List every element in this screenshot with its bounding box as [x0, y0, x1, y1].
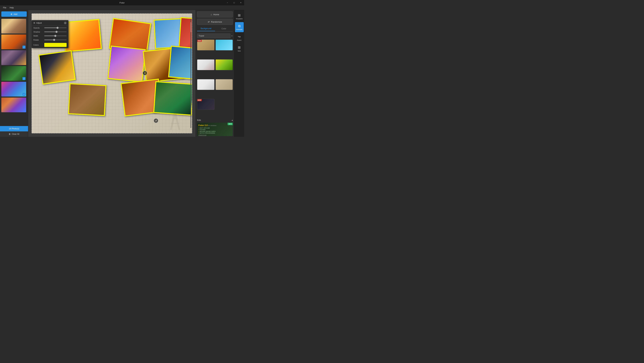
minimize-button[interactable]: − — [224, 0, 231, 5]
menu-help[interactable]: Help — [8, 6, 16, 9]
kids-section-label: Kids — [197, 119, 201, 121]
photo-count-bar: 16 Photo(s) — [0, 126, 28, 131]
gear-icon: ⚙ — [33, 22, 35, 24]
shadow-slider[interactable] — [44, 31, 66, 32]
sidebar-item-templates[interactable]: ⊞ Templates — [235, 11, 244, 21]
new-icon: ⊞ — [238, 45, 241, 49]
shadow-row: Shadow — [32, 30, 68, 34]
right-panel: ⌂ Home ⇄ Randomize Background Color Trav… — [196, 10, 234, 137]
canvas-scrollbar[interactable] — [190, 19, 191, 128]
canvas-rotate-button[interactable]: ↺ — [154, 118, 158, 123]
list-item[interactable]: ✓ — [1, 66, 26, 81]
randomize-button[interactable]: ⇄ Randomize — [197, 19, 233, 25]
ad-title: Fotor 2.0 — [198, 124, 208, 126]
photo-card[interactable] — [168, 45, 192, 81]
photo-card-inner — [64, 20, 101, 51]
svg-rect-2 — [172, 118, 178, 119]
tab-row: Background Color — [197, 26, 233, 31]
photo-check-icon: ✓ — [22, 45, 26, 49]
list-item[interactable]: ✓ — [1, 34, 26, 49]
home-label: Home — [213, 13, 219, 16]
ad-feature-4: BATCH PROCESSING — [198, 132, 232, 134]
width-label: Width — [33, 35, 42, 37]
photo-card[interactable] — [178, 17, 192, 51]
adjust-popup: ⚙ Adjust × Opacity Shadow — [32, 20, 68, 48]
ad-features: EDIT OFFLINE FASTER BIGGER IMAGE SIZES B… — [198, 127, 232, 134]
new-badge: NEW — [197, 99, 202, 101]
home-icon: ⌂ — [211, 13, 212, 16]
template-item[interactable]: NEW — [197, 39, 214, 50]
template-item[interactable]: NEW — [197, 99, 214, 110]
template-item[interactable] — [197, 79, 214, 90]
add-icon: ⊕ — [10, 13, 12, 15]
templates-icon: ⊞ — [238, 13, 241, 17]
rotate-label: Rotate — [33, 39, 42, 41]
canvas-add-photo-button[interactable]: + — [142, 71, 147, 75]
template-item[interactable] — [216, 59, 233, 70]
template-item[interactable] — [216, 79, 233, 90]
left-panel: ⊕ Add ✓ ✓ ✓ 16 Photo(s) 🗑 Clear All — [0, 10, 28, 137]
opacity-label: Opacity — [33, 27, 42, 29]
kids-section-header[interactable]: Kids ◀ — [196, 118, 234, 122]
randomize-label: Randomize — [211, 21, 222, 23]
canvas-scroll-thumb[interactable] — [190, 22, 191, 32]
title-bar: Fotor − □ × — [0, 0, 244, 5]
clear-all-label: Clear All — [12, 133, 19, 135]
app-title: Fotor — [120, 1, 124, 4]
icon-panel: ⊞ Templates ⧉ Freestyle ↪ Export ⊞ New — [234, 10, 244, 137]
photo-check-icon: ✓ — [22, 77, 26, 80]
category-select[interactable]: Travel Nature Wedding Urban Kids Vintage — [197, 33, 230, 38]
sidebar-item-freestyle[interactable]: ⧉ Freestyle — [235, 22, 244, 32]
width-row: Width — [32, 34, 68, 38]
chevron-down-icon: ▼ — [231, 35, 233, 37]
new-badge: NEW — [197, 40, 202, 42]
add-button[interactable]: ⊕ Add — [1, 11, 27, 17]
canvas-area: + ↺ ⚙ Adjust × Opacity — [28, 10, 196, 137]
photo-card[interactable] — [38, 50, 76, 85]
category-row: Travel Nature Wedding Urban Kids Vintage… — [196, 33, 234, 39]
ad-banner: NEW Fotor 2.0 for Windows EDIT OFFLINE F… — [197, 123, 233, 136]
list-item[interactable] — [1, 19, 26, 33]
color-swatch[interactable] — [44, 43, 66, 47]
list-item[interactable] — [1, 50, 26, 65]
clear-all-button[interactable]: 🗑 Clear All — [0, 131, 28, 137]
window-controls: − □ × — [224, 0, 244, 5]
svg-rect-1 — [171, 123, 179, 124]
photo-card[interactable] — [68, 83, 106, 116]
freestyle-label: Freestyle — [236, 29, 242, 30]
templates-label: Templates — [236, 18, 243, 19]
add-label: Add — [14, 13, 17, 15]
list-item[interactable]: ✓ — [1, 82, 26, 96]
eiffel-silhouette — [168, 106, 182, 130]
width-slider[interactable] — [44, 35, 66, 36]
template-item[interactable] — [197, 59, 214, 70]
ad-new-badge: NEW — [228, 123, 233, 125]
ad-feature-2: FASTER — [198, 129, 232, 131]
opacity-slider[interactable] — [44, 27, 66, 28]
photo-list: ✓ ✓ ✓ — [0, 18, 28, 126]
adjust-header: ⚙ Adjust × — [32, 20, 68, 26]
shadow-label: Shadow — [33, 31, 42, 33]
tab-color[interactable]: Color — [215, 26, 233, 31]
restore-button[interactable]: □ — [231, 0, 238, 5]
menu-bar: File Help — [0, 5, 244, 10]
photo-card-inner — [169, 46, 192, 80]
freestyle-icon: ⧉ — [238, 24, 240, 28]
template-item[interactable] — [216, 39, 233, 50]
photo-card[interactable] — [107, 45, 146, 83]
close-button[interactable]: × — [238, 0, 244, 5]
adjust-close-button[interactable]: × — [64, 22, 66, 24]
menu-file[interactable]: File — [1, 6, 8, 9]
home-button[interactable]: ⌂ Home — [197, 11, 233, 17]
photo-check-icon: ✓ — [22, 93, 26, 96]
photo-card-inner — [69, 84, 106, 115]
list-item[interactable] — [1, 97, 26, 112]
sidebar-item-export[interactable]: ↪ Export — [235, 33, 244, 43]
ad-check-link[interactable]: Check it out — [198, 134, 232, 136]
tab-background[interactable]: Background — [197, 26, 215, 31]
ad-feature-1: EDIT OFFLINE — [198, 127, 232, 129]
sidebar-item-new[interactable]: ⊞ New — [235, 43, 244, 54]
rotate-slider[interactable] — [44, 39, 66, 40]
photo-card-inner — [40, 51, 75, 84]
template-grid: NEW NEW — [196, 39, 234, 118]
